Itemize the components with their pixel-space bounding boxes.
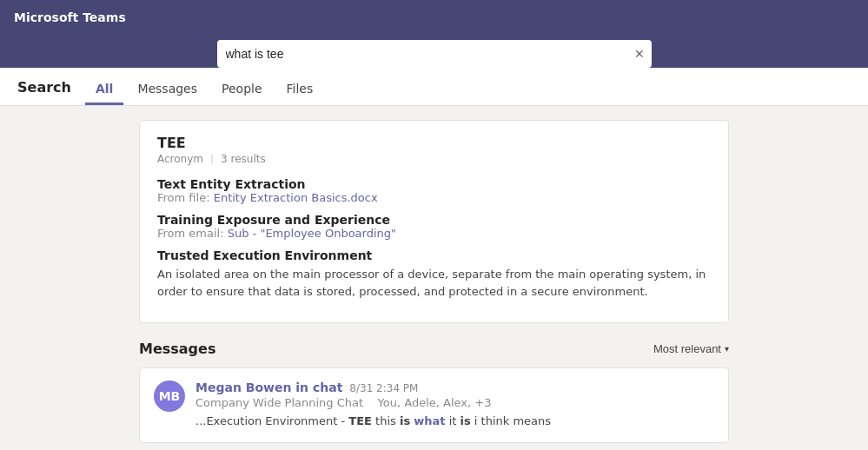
tee-card-title: TEE: [157, 135, 711, 151]
message-1-timestamp: 8/31 2:34 PM: [349, 382, 418, 394]
tab-people[interactable]: People: [211, 73, 273, 105]
message-1-text: ...Execution Environment - TEE this is w…: [195, 413, 714, 430]
message-1-content: Megan Bowen in chat 8/31 2:34 PM Company…: [195, 381, 714, 430]
tab-messages[interactable]: Messages: [127, 73, 208, 105]
tee-item-1-link[interactable]: Entity Extraction Basics.docx: [214, 191, 378, 204]
message-1-author[interactable]: Megan Bowen in chat: [195, 381, 342, 394]
tee-item-3-description: An isolated area on the main processor o…: [157, 266, 711, 300]
tee-item-2-link[interactable]: Sub - "Employee Onboarding": [228, 227, 396, 240]
tab-files[interactable]: Files: [276, 73, 324, 105]
messages-title: Messages: [139, 341, 215, 357]
messages-section-header: Messages Most relevant ▾: [139, 341, 729, 357]
tee-card: TEE Acronym | 3 results Text Entity Extr…: [139, 120, 729, 323]
message-1-channel: Company Wide Planning Chat You, Adele, A…: [195, 396, 714, 409]
tee-card-subtitle: Acronym | 3 results: [157, 153, 711, 165]
search-wrapper: ✕: [217, 40, 652, 68]
tab-all[interactable]: All: [85, 73, 123, 105]
app-title: Microsoft Teams: [14, 10, 126, 24]
nav-tabs: Search All Messages People Files: [0, 68, 868, 106]
tee-item-1-source: From file: Entity Extraction Basics.docx: [157, 191, 711, 204]
tee-item-2: Training Exposure and Experience From em…: [157, 213, 711, 240]
tee-item-3-title: Trusted Execution Environment: [157, 248, 711, 262]
sort-button[interactable]: Most relevant ▾: [653, 342, 729, 355]
nav-search-label: Search: [17, 70, 71, 105]
message-card-1: MB Megan Bowen in chat 8/31 2:34 PM Comp…: [139, 367, 729, 443]
message-1-header: Megan Bowen in chat 8/31 2:34 PM: [195, 381, 714, 394]
chevron-down-icon: ▾: [725, 344, 729, 354]
searchbar-area: ✕: [0, 35, 868, 68]
titlebar: Microsoft Teams: [0, 0, 868, 35]
tee-item-2-source: From email: Sub - "Employee Onboarding": [157, 227, 711, 240]
tee-item-3: Trusted Execution Environment An isolate…: [157, 248, 711, 300]
tee-item-1: Text Entity Extraction From file: Entity…: [157, 177, 711, 204]
search-clear-button[interactable]: ✕: [634, 47, 645, 61]
tee-item-2-title: Training Exposure and Experience: [157, 213, 711, 227]
main-content: TEE Acronym | 3 results Text Entity Extr…: [0, 106, 868, 448]
search-input[interactable]: [217, 40, 652, 68]
avatar-mb: MB: [154, 381, 185, 412]
tee-item-1-title: Text Entity Extraction: [157, 177, 711, 191]
